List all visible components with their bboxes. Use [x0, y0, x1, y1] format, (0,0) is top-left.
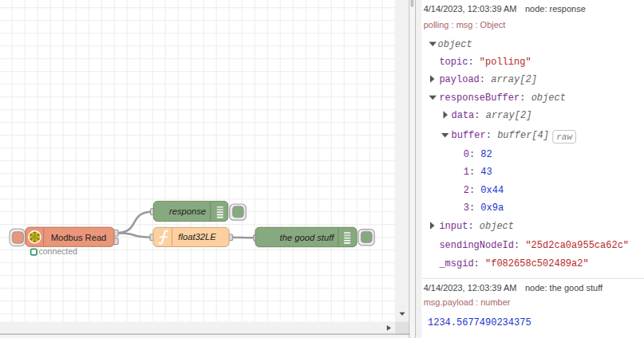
svg-text:object: object — [438, 39, 472, 50]
svg-text:buffer: buffer[4]: buffer: buffer[4] — [452, 130, 549, 141]
svg-text:1: 43: 1: 43 — [464, 167, 492, 178]
svg-text:topic: "polling": topic: "polling" — [439, 57, 531, 68]
svg-text:2: 0x44: 2: 0x44 — [464, 185, 504, 196]
svg-text:data: array[2]: data: array[2] — [452, 110, 532, 121]
svg-text:input: object: input: object — [439, 221, 514, 232]
svg-text:payload: array[2]: payload: array[2] — [439, 74, 536, 85]
svg-text:the good stuff: the good stuff — [280, 233, 336, 242]
svg-text:msg.payload : number: msg.payload : number — [424, 297, 511, 307]
svg-text:4/14/2023, 12:03:39 AM: 4/14/2023, 12:03:39 AM — [424, 4, 517, 14]
svg-text:3: 0x9a: 3: 0x9a — [464, 202, 504, 214]
svg-text:raw: raw — [556, 132, 573, 142]
svg-text:0: 82: 0: 82 — [464, 149, 492, 160]
svg-text:4/14/2023, 12:03:39 AM: 4/14/2023, 12:03:39 AM — [424, 283, 517, 293]
svg-text:node: the good stuff: node: the good stuff — [525, 283, 603, 293]
svg-text:polling : msg : Object: polling : msg : Object — [424, 20, 506, 29]
svg-text:responseBuffer: object: responseBuffer: object — [439, 92, 565, 104]
svg-text:float32LE: float32LE — [178, 232, 216, 242]
svg-text:Modbus Read: Modbus Read — [51, 233, 107, 242]
svg-text:1234.5677490234375: 1234.5677490234375 — [428, 317, 531, 328]
svg-text:response: response — [169, 206, 206, 216]
svg-text:node: response: node: response — [525, 4, 586, 14]
svg-text:connected: connected — [39, 246, 78, 256]
svg-text:_msgid: "f082658c502489a2": _msgid: "f082658c502489a2" — [438, 258, 588, 269]
svg-text:sendingNodeId: "25d2ca0a955ca6: sendingNodeId: "25d2ca0a955ca62c" — [439, 240, 629, 251]
